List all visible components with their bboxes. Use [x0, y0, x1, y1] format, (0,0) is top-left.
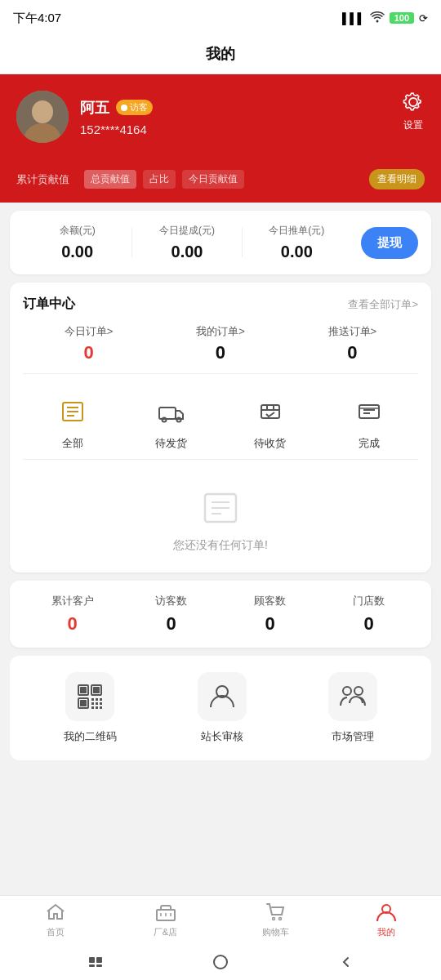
order-icon-complete[interactable]: 完成: [350, 392, 389, 451]
svg-point-1: [32, 100, 53, 123]
customer-count: 顾客数 0: [220, 594, 319, 635]
order-center-title: 订单中心: [23, 296, 75, 313]
order-icon-receiving[interactable]: 待收货: [251, 392, 290, 451]
order-shipping-label: 待发货: [155, 436, 187, 451]
visitor-count: 访客数 0: [122, 594, 220, 635]
tools-card: 我的二维码 站长审核: [10, 656, 431, 760]
contribution-tab-ratio[interactable]: 占比: [143, 170, 176, 189]
tool-market-mgmt[interactable]: 市场管理: [328, 672, 377, 744]
svg-rect-42: [89, 957, 95, 963]
store-count: 门店数 0: [319, 594, 418, 635]
nav-mine-label: 我的: [377, 926, 395, 938]
svg-rect-45: [96, 964, 102, 967]
svg-rect-43: [96, 957, 102, 963]
tools-grid: 我的二维码 站长审核: [23, 672, 418, 744]
nav-factory[interactable]: 厂&店: [110, 902, 220, 938]
profile-header: 阿五 访客 152****4164 设置: [0, 74, 441, 163]
nav-home-label: 首页: [47, 926, 65, 938]
balance-commission: 今日提成(元) 0.00: [132, 224, 241, 261]
customer-stats-card: 累计客户 0 访客数 0 顾客数 0 门店数 0: [10, 581, 431, 648]
svg-point-39: [272, 918, 274, 920]
tool-station-audit[interactable]: 站长审核: [198, 672, 247, 744]
contribution-tab-today[interactable]: 今日贡献值: [182, 170, 244, 189]
system-bar: [0, 944, 441, 980]
status-time: 下午4:07: [13, 11, 61, 26]
svg-rect-7: [159, 408, 176, 419]
back-icon-sys[interactable]: [336, 952, 355, 972]
contribution-section: 累计贡献值 总贡献值 占比 今日贡献值 查看明细: [0, 163, 441, 203]
contribution-tabs: 总贡献值 占比 今日贡献值: [84, 170, 363, 189]
view-all-orders-link[interactable]: 查看全部订单>: [348, 297, 418, 312]
empty-order-state: 您还没有任何订单!: [23, 470, 418, 559]
svg-rect-24: [100, 698, 102, 701]
push-order-stat[interactable]: 推送订单> 0: [287, 324, 418, 363]
order-icon-all[interactable]: 全部: [53, 392, 92, 451]
tool-station-label: 站长审核: [201, 729, 243, 744]
wifi-icon: [370, 11, 385, 25]
contribution-tab-total[interactable]: 总贡献值: [84, 170, 136, 189]
tool-qrcode-label: 我的二维码: [64, 729, 117, 744]
svg-rect-26: [96, 702, 98, 705]
home-icon-sys[interactable]: [211, 952, 230, 972]
order-center-header: 订单中心 查看全部订单>: [23, 296, 418, 313]
status-bar: 下午4:07 ▌▌▌ 100 ⟳: [0, 0, 441, 36]
nav-mine[interactable]: 我的: [331, 902, 441, 938]
profile-info: 阿五 访客 152****4164: [80, 98, 425, 136]
order-complete-label: 完成: [359, 436, 380, 451]
view-detail-button[interactable]: 查看明细: [369, 169, 425, 189]
svg-rect-25: [91, 702, 94, 705]
today-order-stat[interactable]: 今日订单> 0: [23, 324, 154, 363]
svg-point-46: [214, 956, 227, 969]
order-receiving-label: 待收货: [254, 436, 286, 451]
svg-rect-28: [91, 706, 94, 709]
order-icons-row: 全部 待发货: [23, 384, 418, 460]
svg-rect-30: [100, 706, 102, 709]
svg-point-33: [354, 687, 363, 695]
tool-qrcode[interactable]: 我的二维码: [64, 672, 117, 744]
cumulative-customers: 累计客户 0: [23, 594, 122, 635]
page-title: 我的: [0, 36, 441, 74]
nav-cart-label: 购物车: [262, 926, 289, 938]
order-icon-shipping[interactable]: 待发货: [152, 392, 191, 451]
avatar[interactable]: [16, 91, 69, 143]
svg-rect-21: [80, 700, 87, 706]
svg-point-32: [343, 687, 351, 695]
lock-rotate-icon: ⟳: [419, 12, 428, 24]
settings-label: 设置: [402, 118, 425, 132]
svg-rect-27: [100, 702, 102, 705]
withdraw-button[interactable]: 提现: [361, 227, 418, 259]
balance-card: 余额(元) 0.00 今日提成(元) 0.00 今日推单(元) 0.00 提现: [10, 211, 431, 274]
svg-rect-23: [96, 698, 98, 701]
settings-button[interactable]: 设置: [402, 91, 425, 132]
status-icons: ▌▌▌ 100 ⟳: [342, 11, 428, 25]
svg-rect-11: [359, 405, 379, 418]
order-center-card: 订单中心 查看全部订单> 今日订单> 0 我的订单> 0 推送订单> 0: [10, 283, 431, 572]
profile-badge: 访客: [116, 100, 153, 115]
my-order-stat[interactable]: 我的订单> 0: [154, 324, 286, 363]
menu-icon-sys[interactable]: [86, 952, 105, 972]
svg-point-40: [278, 918, 281, 920]
svg-rect-44: [89, 964, 95, 967]
svg-rect-22: [91, 698, 94, 701]
balance-push: 今日推单(元) 0.00: [243, 224, 351, 261]
order-all-label: 全部: [62, 436, 83, 451]
tool-market-label: 市场管理: [332, 729, 374, 744]
svg-rect-19: [93, 687, 100, 693]
balance-remaining: 余额(元) 0.00: [23, 224, 131, 261]
nav-cart[interactable]: 购物车: [220, 902, 331, 938]
profile-phone: 152****4164: [80, 122, 425, 136]
contribution-label: 累计贡献值: [16, 172, 69, 187]
empty-order-text: 您还没有任何订单!: [173, 538, 268, 553]
svg-rect-17: [80, 687, 87, 693]
customer-stats: 累计客户 0 访客数 0 顾客数 0 门店数 0: [23, 594, 418, 635]
svg-rect-29: [96, 706, 98, 709]
nav-home[interactable]: 首页: [0, 902, 110, 938]
bottom-nav: 首页 厂&店 购物车 我的: [0, 895, 441, 944]
order-stats: 今日订单> 0 我的订单> 0 推送订单> 0: [23, 324, 418, 374]
battery-icon: 100: [390, 12, 414, 24]
profile-name: 阿五: [80, 98, 109, 118]
signal-icon: ▌▌▌: [342, 12, 365, 24]
nav-factory-label: 厂&店: [154, 926, 177, 938]
